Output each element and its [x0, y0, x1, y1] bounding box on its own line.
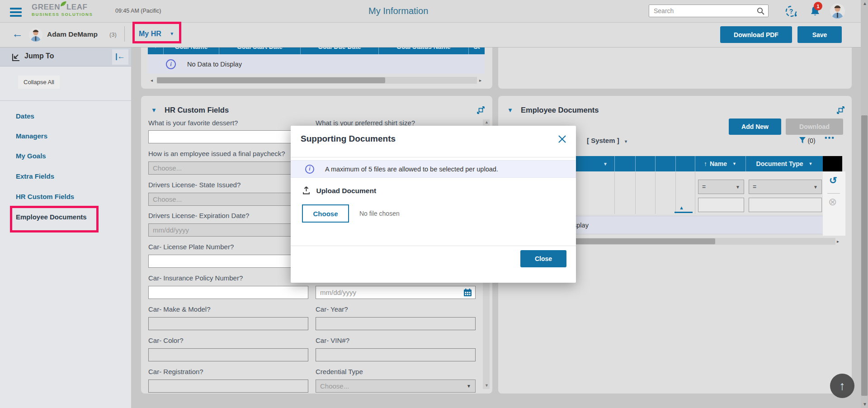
notifications-bell[interactable]: 1 [809, 5, 821, 19]
field-label-license-plate: Car- License Plate Number? [148, 243, 234, 251]
divider [291, 157, 576, 157]
close-icon[interactable] [558, 135, 566, 143]
chevron-down-icon[interactable]: ▼ [809, 161, 813, 166]
field-input-car-vin[interactable] [316, 348, 476, 361]
goals-hscrollbar[interactable]: ◂ ▸ [148, 76, 485, 85]
clear-filters-icon[interactable]: ⊗ [828, 196, 837, 208]
leaf-icon [60, 1, 67, 7]
chevron-down-icon[interactable]: ▼ [603, 161, 608, 166]
download-pdf-button[interactable]: Download PDF [720, 26, 792, 43]
field-input-favorite-dessert[interactable] [148, 130, 308, 143]
documents-col-document-type[interactable]: Document Type ▼ [746, 156, 823, 171]
refresh-filters-icon[interactable]: ↺ [829, 175, 837, 186]
help-icon[interactable]: ? [785, 5, 797, 19]
no-file-chosen-text: No file chosen [359, 210, 400, 217]
save-button[interactable]: Save [797, 26, 842, 43]
divider [291, 246, 576, 246]
system-view-dropdown[interactable]: [ System ] ▼ [587, 137, 628, 144]
field-input-car-color[interactable] [148, 348, 308, 361]
chevron-down-icon: ▼ [813, 185, 818, 190]
name-filter-input[interactable] [698, 198, 744, 212]
col-label: Name [710, 160, 727, 167]
sidebar-item-my-goals[interactable]: My Goals [16, 152, 46, 160]
search-input[interactable] [653, 7, 757, 15]
download-button[interactable]: Download [786, 119, 843, 135]
type-filter-operator[interactable]: =▼ [749, 180, 822, 194]
greenleaf-logo: GREENLEAF BUSINESS SOLUTIONS [32, 3, 93, 17]
scroll-up-icon[interactable]: ▲ [485, 120, 489, 124]
field-label-favorite-dessert: What is your favorite dessert? [148, 119, 238, 127]
sidebar-item-hr-custom-fields[interactable]: HR Custom Fields [16, 193, 74, 200]
info-icon: i [305, 165, 314, 174]
filter-control[interactable]: (0) [799, 137, 816, 145]
modal-info-banner: i A maximum of 5 files are allowed to be… [291, 160, 576, 178]
sidebar-item-managers[interactable]: Managers [16, 132, 47, 140]
field-input-insurance-expiration-date[interactable] [316, 286, 476, 299]
add-new-button[interactable]: Add New [729, 119, 781, 135]
scrollbar-thumb[interactable] [157, 77, 385, 83]
goals-empty-text: No Data to Display [187, 61, 242, 68]
chevron-down-icon[interactable]: ▼ [732, 161, 736, 166]
page-title: My Information [368, 6, 428, 16]
field-select-final-paycheck[interactable]: Choose...▼ [148, 161, 308, 175]
arrow-up-icon: ↑ [839, 379, 845, 393]
collapse-all-button[interactable]: Collapse All [18, 76, 60, 89]
sidebar-item-dates[interactable]: Dates [16, 112, 34, 120]
collapse-section-icon[interactable]: ▼ [151, 107, 157, 114]
divider [0, 100, 131, 101]
page-vscrollbar[interactable]: ▲ ▼ [861, 0, 868, 408]
hamburger-menu-icon[interactable] [10, 6, 22, 19]
scroll-to-top-button[interactable]: ↑ [830, 374, 854, 398]
column-resize-marker-icon[interactable]: ▲ [679, 205, 684, 210]
upload-document-section-label: Upload Document [302, 186, 376, 195]
sort-ascending-icon: ↑ [704, 160, 707, 167]
field-input-insurance-policy[interactable] [148, 286, 308, 299]
scroll-down-icon[interactable]: ▼ [863, 402, 867, 407]
field-label-car-registration: Car- Registration? [148, 368, 203, 375]
expand-panel-icon[interactable] [836, 106, 845, 114]
chevron-down-icon: ▼ [467, 384, 471, 389]
field-input-license-expiration[interactable] [148, 223, 308, 237]
col-label: Document Type [756, 160, 803, 167]
sidebar-collapse-icon[interactable]: |← [112, 49, 128, 65]
employee-count: (3) [109, 31, 117, 38]
documents-col-name[interactable]: ↑ Name ▼ [695, 156, 746, 171]
type-filter-input[interactable] [749, 198, 822, 212]
scroll-right-icon[interactable]: ▸ [479, 78, 481, 83]
back-arrow-icon[interactable]: ← [12, 27, 23, 40]
employee-toolbar: ← Adam DeMamp (3) My HR ▼ Download PDF S… [0, 23, 868, 47]
search-icon[interactable] [757, 7, 764, 15]
close-button[interactable]: Close [520, 250, 566, 267]
field-label-insurance-policy: Car- Insurance Policy Number? [148, 274, 243, 282]
chevron-down-icon: ▼ [624, 139, 628, 144]
annotation-box-my-hr [132, 22, 181, 43]
expand-panel-icon[interactable] [476, 106, 485, 114]
notification-count-badge: 1 [814, 2, 822, 10]
employee-documents-title: Employee Documents [521, 106, 599, 114]
field-input-make-model[interactable] [148, 317, 308, 330]
calendar-icon[interactable] [463, 288, 472, 297]
field-label-make-model: Car- Make & Model? [148, 305, 211, 313]
more-options-icon[interactable]: ••• [825, 134, 835, 142]
scroll-down-icon[interactable]: ▼ [485, 384, 489, 388]
save-label: Save [812, 31, 827, 38]
scroll-right-icon[interactable]: ▸ [837, 239, 839, 244]
field-select-license-state[interactable]: Choose...▼ [148, 193, 308, 206]
supporting-documents-modal: Supporting Documents i A maximum of 5 fi… [291, 126, 576, 283]
collapse-section-icon[interactable]: ▼ [507, 107, 513, 114]
field-input-car-registration[interactable] [148, 380, 308, 393]
scroll-up-icon[interactable]: ▲ [863, 1, 867, 6]
field-input-license-plate[interactable] [148, 255, 308, 268]
field-input-car-year[interactable] [316, 317, 476, 330]
scrollbar-thumb[interactable] [861, 115, 868, 396]
name-filter-operator[interactable]: =▼ [698, 180, 744, 194]
logo-tagline: BUSINESS SOLUTIONS [32, 12, 93, 17]
download-label: Download [799, 123, 830, 130]
field-label-car-color: Car- Color? [148, 337, 184, 344]
sidebar-item-extra-fields[interactable]: Extra Fields [16, 172, 54, 180]
choose-file-button[interactable]: Choose [302, 204, 349, 223]
field-select-credential-type[interactable]: Choose...▼ [316, 380, 476, 393]
scroll-left-icon[interactable]: ◂ [151, 78, 153, 83]
search-box [649, 5, 769, 17]
user-avatar[interactable] [830, 4, 845, 19]
